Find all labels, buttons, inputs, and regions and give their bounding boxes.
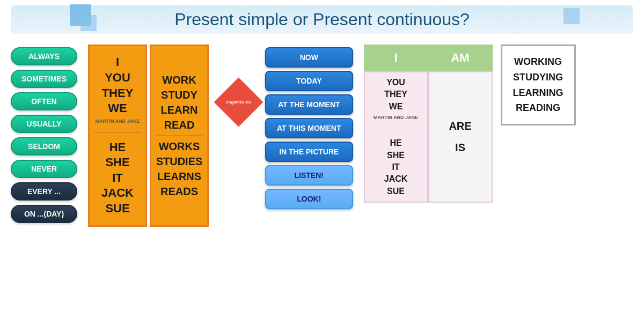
main-content: ALWAYS SOMETIMES OFTEN USUALLY SELDOM NE…	[0, 36, 644, 227]
decorative-square-right	[564, 8, 580, 24]
btn-listen[interactable]: LISTEN!	[265, 165, 353, 185]
col2-verb-is: IS	[455, 142, 465, 154]
pronoun-verb-boxes: IYOUTHEYWE MARTIN AND JANE HESHEITJACKSU…	[88, 44, 209, 227]
adverb-usually[interactable]: USUALLY	[11, 115, 77, 133]
martin-jane-label: MARTIN AND JANE	[95, 118, 140, 124]
diamond-shape: engames.eu	[214, 78, 263, 127]
page-title: Present simple or Present continuous?	[11, 5, 633, 34]
col1-body: YOUTHEYWE MARTIN AND JANE HESHEITJACKSUE	[364, 71, 428, 203]
conjugation-col-2: AM ARE IS	[428, 44, 493, 203]
adverb-always[interactable]: ALWAYS	[11, 47, 77, 65]
box-divider	[94, 132, 141, 133]
working-words: WORKINGSTUDYINGLEARNINGREADING	[513, 54, 564, 116]
col1-top-pronouns: YOUTHEYWE	[384, 77, 407, 113]
col1-bottom-pronouns: HESHEITJACKSUE	[384, 137, 408, 197]
adverb-on-day[interactable]: ON ...(DAY)	[11, 205, 77, 223]
adverb-never[interactable]: NEVER	[11, 160, 77, 178]
bottom-pronouns: HESHEITJACKSUE	[101, 140, 134, 217]
btn-in-the-picture[interactable]: IN THE PICTURE	[265, 142, 353, 162]
working-box: WORKINGSTUDYINGLEARNINGREADING	[501, 44, 576, 125]
adverb-sometimes[interactable]: SOMETIMES	[11, 70, 77, 88]
conjugation-table: I YOUTHEYWE MARTIN AND JANE HESHEITJACKS…	[364, 44, 493, 203]
col2-body: ARE IS	[428, 71, 493, 203]
verb-box: WORKSTUDYLEARNREAD WORKSSTUDIESLEARNSREA…	[150, 44, 209, 227]
header: Present simple or Present continuous?	[0, 0, 644, 36]
adverb-every[interactable]: EVERY ...	[11, 182, 77, 201]
time-expression-buttons: NOW TODAY AT THE MOMENT AT THIS MOMENT I…	[265, 47, 353, 209]
pronoun-box: IYOUTHEYWE MARTIN AND JANE HESHEITJACKSU…	[88, 44, 147, 227]
diamond-container: engames.eu	[217, 85, 260, 120]
btn-at-the-moment[interactable]: AT THE MOMENT	[265, 94, 353, 115]
adverb-seldom[interactable]: SELDOM	[11, 137, 77, 155]
adverbs-list: ALWAYS SOMETIMES OFTEN USUALLY SELDOM NE…	[11, 47, 77, 223]
col2-header: AM	[428, 44, 493, 71]
col2-divider	[436, 137, 485, 137]
bottom-verbs: WORKSSTUDIESLEARNSREADS	[156, 139, 203, 199]
btn-at-this-moment[interactable]: AT THIS MOMENT	[265, 118, 353, 138]
diamond-label: engames.eu	[226, 100, 251, 105]
col1-small-label: MARTIN AND JANE	[374, 115, 418, 120]
col1-divider	[372, 130, 420, 130]
btn-today[interactable]: TODAY	[265, 71, 353, 91]
btn-look[interactable]: LOOK!	[265, 189, 353, 209]
col1-header: I	[364, 44, 428, 71]
btn-now[interactable]: NOW	[265, 47, 353, 68]
conjugation-col-1: I YOUTHEYWE MARTIN AND JANE HESHEITJACKS…	[364, 44, 428, 203]
verb-divider	[156, 135, 203, 136]
col2-verb-are: ARE	[449, 120, 471, 132]
top-pronouns: IYOUTHEYWE	[102, 55, 134, 116]
adverb-often[interactable]: OFTEN	[11, 92, 77, 110]
top-verbs: WORKSTUDYLEARNREAD	[161, 72, 198, 132]
